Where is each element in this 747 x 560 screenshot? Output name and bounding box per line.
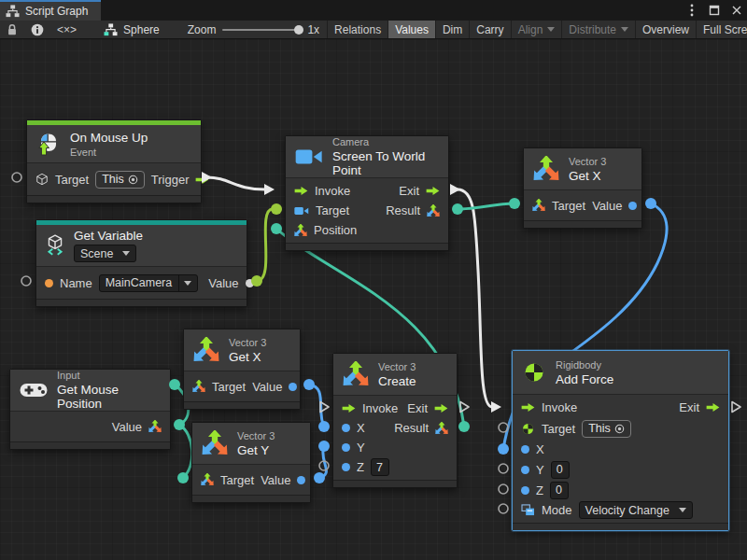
node-title: Get Y xyxy=(237,443,275,457)
tab-script-graph[interactable]: Script Graph xyxy=(0,0,101,21)
target-object-field[interactable]: This xyxy=(582,420,631,438)
value-port-label: Value xyxy=(592,199,622,213)
variable-icon xyxy=(46,234,64,257)
flow-arrow-icon xyxy=(342,403,356,413)
maximize-button[interactable] xyxy=(708,3,721,18)
float-port-icon xyxy=(521,445,529,454)
node-on-mouse-up[interactable]: On Mouse Up Event Target This Trigger xyxy=(26,119,202,203)
exit-port-label: Exit xyxy=(679,400,699,414)
info-icon xyxy=(31,23,44,36)
toolbar-button-align[interactable]: Align xyxy=(512,21,562,38)
vector3-port-icon xyxy=(201,473,214,486)
vector3-port-icon xyxy=(192,380,205,393)
window-menu-button[interactable] xyxy=(685,3,698,18)
z-value-field[interactable]: 7 xyxy=(371,458,389,476)
code-view-button[interactable]: <×> xyxy=(50,21,83,38)
y-value-field[interactable]: 0 xyxy=(551,461,570,479)
node-get-x-mid[interactable]: Vector 3 Get X Target Value xyxy=(183,329,301,410)
float-port-icon xyxy=(289,383,297,391)
flow-arrow-icon xyxy=(434,403,448,413)
toolbar-button-carry[interactable]: Carry xyxy=(470,21,510,38)
toolbar-button-dim[interactable]: Dim xyxy=(436,21,469,38)
gamepad-icon xyxy=(20,383,48,398)
toolbar-button-overview[interactable]: Overview xyxy=(636,21,696,38)
toolbar-button-values[interactable]: Values xyxy=(388,21,435,38)
graph-breadcrumb-icon xyxy=(104,23,118,36)
zoom-label: Zoom xyxy=(188,23,217,36)
gameobject-cube-icon xyxy=(35,173,49,186)
lock-icon xyxy=(7,23,18,36)
target-port-label: Target xyxy=(220,473,254,487)
node-screen-to-world-point[interactable]: Camera Screen To World Point Invoke Exit… xyxy=(285,135,449,251)
exit-port-label: Exit xyxy=(399,184,419,198)
node-subtitle: Event xyxy=(70,147,148,158)
vector3-icon xyxy=(343,361,369,387)
zoom-control: Zoom 1x xyxy=(180,21,327,38)
close-button[interactable] xyxy=(730,3,743,18)
value-port-label: Value xyxy=(112,420,142,434)
z-port-label: Z xyxy=(536,483,543,497)
node-title: Create xyxy=(378,374,416,388)
graph-breadcrumb[interactable]: Sphere xyxy=(96,21,167,38)
target-port-label: Target xyxy=(212,380,246,394)
node-title: Get Mouse Position xyxy=(57,383,161,411)
toolbar-toggle-group: Relations Values Dim Carry Align Distrib… xyxy=(327,21,747,38)
result-port-label: Result xyxy=(386,203,420,217)
y-port-label: Y xyxy=(536,463,544,477)
target-port-label: Target xyxy=(552,199,585,213)
info-button[interactable] xyxy=(24,21,50,38)
node-title: On Mouse Up xyxy=(70,131,148,145)
vector3-port-icon xyxy=(294,224,307,237)
variable-name-dropdown[interactable]: MainCamera xyxy=(99,274,199,292)
code-view-label: <×> xyxy=(57,23,77,36)
mouse-up-icon xyxy=(36,132,61,156)
flow-arrow-icon xyxy=(195,175,209,185)
vector3-port-icon xyxy=(427,204,440,217)
z-value-field[interactable]: 0 xyxy=(550,482,569,499)
node-group: Vector 3 xyxy=(229,337,266,348)
value-port-label: Value xyxy=(261,473,290,487)
vector3-port-icon xyxy=(435,422,448,435)
node-get-variable[interactable]: Get Variable Scene Name MainCamera Value xyxy=(35,219,247,307)
node-get-x-top[interactable]: Vector 3 Get X Target Value xyxy=(523,147,642,229)
float-port-icon xyxy=(628,202,637,210)
node-group: Input xyxy=(57,370,161,381)
node-add-force[interactable]: Rigidbody Add Force Invoke Exit Target T… xyxy=(512,350,729,531)
y-port-label: Y xyxy=(357,441,365,455)
toolbar-button-fullscreen[interactable]: Full Screen xyxy=(697,21,747,38)
position-port-label: Position xyxy=(314,223,357,237)
x-port-label: X xyxy=(536,442,544,456)
target-object-field[interactable]: This xyxy=(95,171,145,189)
mode-dropdown[interactable]: Velocity Change xyxy=(579,501,693,519)
zoom-slider-handle[interactable] xyxy=(294,25,303,35)
object-port-icon xyxy=(246,279,254,287)
flow-arrow-icon xyxy=(426,186,440,196)
node-get-mouse-position[interactable]: Input Get Mouse Position Value xyxy=(9,369,171,450)
node-vector3-create[interactable]: Vector 3 Create Invoke Exit X Result Y xyxy=(332,353,458,488)
target-port-label: Target xyxy=(542,422,575,436)
rigidbody-port-icon xyxy=(521,422,535,436)
node-group: Vector 3 xyxy=(378,361,416,372)
node-group: Vector 3 xyxy=(237,430,275,441)
zoom-value: 1x xyxy=(307,23,319,36)
node-get-y[interactable]: Vector 3 Get Y Target Value xyxy=(191,422,311,503)
vector3-icon xyxy=(193,337,219,363)
node-group: Camera xyxy=(332,136,439,147)
lock-button[interactable] xyxy=(0,21,24,38)
invoke-port-label: Invoke xyxy=(542,400,577,414)
toolbar-button-relations[interactable]: Relations xyxy=(328,21,388,38)
node-title: Get X xyxy=(229,350,266,364)
close-icon xyxy=(732,6,741,15)
float-port-icon xyxy=(521,466,529,474)
mode-port-label: Mode xyxy=(542,503,572,517)
object-picker-icon[interactable] xyxy=(614,424,625,434)
string-port-icon xyxy=(45,279,53,287)
vector3-port-icon xyxy=(532,199,545,212)
toolbar-button-distribute[interactable]: Distribute xyxy=(562,21,635,38)
zoom-slider[interactable] xyxy=(222,29,301,31)
camera-port-icon xyxy=(294,205,309,217)
camera-icon xyxy=(295,147,323,167)
variable-scope-dropdown[interactable]: Scene xyxy=(74,245,136,262)
object-picker-icon[interactable] xyxy=(128,175,138,185)
vector3-port-icon xyxy=(148,420,162,433)
